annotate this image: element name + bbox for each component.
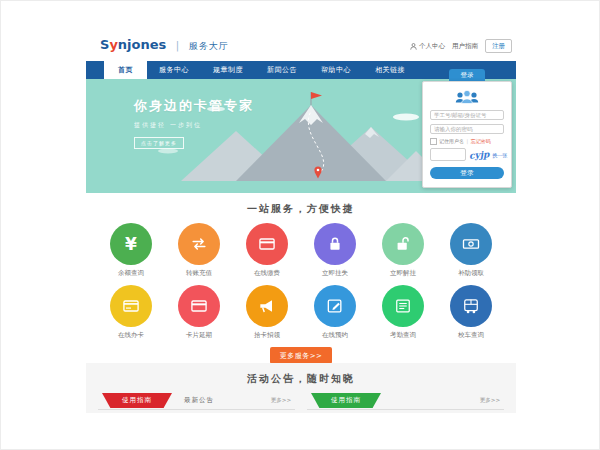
site-name: 服务大厅 [189,41,229,51]
hero-title: 你身边的卡管专家 [134,97,254,115]
page-canvas: Synjones | 服务大厅 个人中心 用户指南 注册 首页 服务中心 规章制… [0,0,600,450]
personal-center-label: 个人中心 [419,42,445,51]
logo-divider: | [176,40,179,51]
remember-checkbox[interactable] [430,138,437,145]
service-item-report-loss[interactable]: 立即挂失 [306,223,364,278]
usage-guide-tab-right[interactable]: 使用指南 [311,393,381,408]
services-section: 一站服务，方便快捷 ¥ 余额查询 转账充值 在线缴费 [86,193,516,363]
more-services-button[interactable]: 更多服务>> [270,347,333,364]
service-item-cancel-loss[interactable]: 立即解挂 [374,223,432,278]
service-item-online-payment[interactable]: 在线缴费 [238,223,296,278]
login-form: 记住用户名 | 忘记密码 cyjp 换一张 登录 [422,81,512,188]
banknote-icon [461,234,481,254]
announcements-title: 活动公告，随时知晓 [86,363,516,386]
service-item-subsidy[interactable]: 补助领取 [442,223,500,278]
more-link-left[interactable]: 更多>> [271,397,291,404]
logo-accent: y [109,37,117,52]
service-item-balance[interactable]: ¥ 余额查询 [102,223,160,278]
latest-news-tab[interactable]: 最新公告 [184,396,214,405]
nav-item-help[interactable]: 帮助中心 [309,61,363,79]
separator: | [467,138,469,144]
services-row-2: 在线办卡 卡片延期 拾卡招领 在线预约 [86,285,516,340]
login-submit-button[interactable]: 登录 [430,167,504,179]
person-icon [410,43,417,50]
users-group-icon [450,88,484,106]
captcha-row: cyjp 换一张 [430,148,504,161]
edit-icon [325,296,345,316]
card-icon [121,296,141,316]
forgot-password-link[interactable]: 忘记密码 [471,138,491,144]
captcha-input[interactable] [430,148,466,161]
service-item-card-extension[interactable]: 卡片延期 [170,285,228,340]
service-item-school-bus[interactable]: 校车查询 [442,285,500,340]
announcements-section: 活动公告，随时知晓 使用指南 最新公告 更多>> 使用指南 更多>> [86,363,516,413]
nav-item-service-center[interactable]: 服务中心 [147,61,201,79]
hero-cta-button[interactable]: 点击了解更多 [134,137,184,149]
nav-item-news[interactable]: 新闻公告 [255,61,309,79]
services-title: 一站服务，方便快捷 [86,193,516,216]
logo[interactable]: Synjones | 服务大厅 [100,37,229,53]
personal-center-link[interactable]: 个人中心 [410,42,445,51]
user-guide-link[interactable]: 用户指南 [452,42,478,51]
more-link-right[interactable]: 更多>> [480,397,500,404]
service-item-transfer[interactable]: 转账充值 [170,223,228,278]
remember-row: 记住用户名 | 忘记密码 [430,138,504,145]
nav-item-home[interactable]: 首页 [104,61,147,79]
card-icon [189,296,209,316]
list-icon [393,296,413,316]
username-input[interactable] [430,110,504,120]
service-item-attendance[interactable]: 考勤查询 [374,285,432,340]
logo-text-rest: njones [118,37,166,52]
password-input[interactable] [430,124,504,134]
login-panel: 登录 记住用户名 | 忘记密码 cyjp [422,69,512,188]
yen-icon: ¥ [125,236,137,253]
nav-item-links[interactable]: 相关链接 [363,61,417,79]
megaphone-icon [257,296,277,316]
bus-icon [461,296,481,316]
lock-icon [325,234,345,254]
logo-text: S [100,37,109,52]
transfer-icon [189,234,209,254]
header-links: 个人中心 用户指南 注册 [410,39,512,53]
hero-subtitle: 提供捷径 一步到位 [134,121,254,130]
unlock-icon [393,234,413,254]
nav-item-rules[interactable]: 规章制度 [201,61,255,79]
captcha-image[interactable]: cyjp [469,149,490,160]
hero-text-block: 你身边的卡管专家 提供捷径 一步到位 点击了解更多 [134,97,254,149]
bank-card-icon [257,234,277,254]
service-item-apply-card[interactable]: 在线办卡 [102,285,160,340]
portal-page: Synjones | 服务大厅 个人中心 用户指南 注册 首页 服务中心 规章制… [86,31,516,413]
service-item-online-booking[interactable]: 在线预约 [306,285,364,340]
announcement-left-column: 使用指南 最新公告 更多>> [98,392,295,410]
announcement-tab-bars: 使用指南 最新公告 更多>> 使用指南 更多>> [86,392,516,410]
captcha-refresh-link[interactable]: 换一张 [492,152,507,158]
remember-label: 记住用户名 [439,138,464,144]
usage-guide-tab-left[interactable]: 使用指南 [102,393,172,408]
hero-banner: 你身边的卡管专家 提供捷径 一步到位 点击了解更多 登录 记住用户名 [86,79,516,193]
user-guide-label: 用户指南 [452,42,478,51]
announcement-right-column: 使用指南 更多>> [307,392,504,410]
service-item-found-card[interactable]: 拾卡招领 [238,285,296,340]
services-row-1: ¥ 余额查询 转账充值 在线缴费 立即挂失 [86,223,516,278]
header: Synjones | 服务大厅 个人中心 用户指南 注册 [86,31,516,61]
register-button[interactable]: 注册 [485,39,512,53]
login-tab[interactable]: 登录 [449,69,485,81]
